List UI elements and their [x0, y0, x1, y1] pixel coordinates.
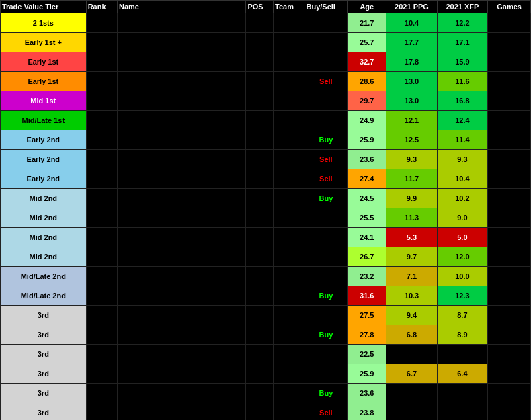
table-row: 3rdBuy23.6 [1, 384, 531, 403]
pos-cell [246, 169, 274, 189]
age-cell: 24.5 [348, 189, 386, 208]
xfp-cell: 8.7 [437, 306, 487, 325]
name-cell [118, 364, 246, 384]
table-row: Mid 2nd25.511.39.0 [1, 208, 531, 228]
pos-cell [246, 364, 274, 384]
ppg-cell: 9.9 [386, 189, 437, 208]
buysell-cell: Buy [304, 384, 348, 403]
buysell-cell: Sell [304, 150, 348, 169]
rank-cell [86, 345, 117, 364]
rank-cell [86, 52, 117, 72]
name-cell [118, 267, 246, 286]
ppg-cell: 11.3 [386, 208, 437, 228]
games-cell [488, 130, 531, 150]
team-cell [274, 306, 304, 325]
age-cell: 31.6 [348, 286, 386, 306]
xfp-cell: 17.1 [437, 33, 487, 52]
name-cell [118, 13, 246, 33]
team-cell [274, 267, 304, 286]
header-rank: Rank [86, 1, 117, 13]
team-cell [274, 228, 304, 247]
ppg-cell: 6.7 [386, 364, 437, 384]
xfp-cell: 10.0 [437, 267, 487, 286]
pos-cell [246, 384, 274, 403]
games-cell [488, 247, 531, 267]
tier-cell: 3rd [1, 384, 87, 403]
name-cell [118, 130, 246, 150]
team-cell [274, 403, 304, 421]
games-cell [488, 52, 531, 72]
team-cell [274, 150, 304, 169]
xfp-cell: 8.9 [437, 325, 487, 345]
pos-cell [246, 403, 274, 421]
pos-cell [246, 13, 274, 33]
rank-cell [86, 247, 117, 267]
ppg-cell: 9.4 [386, 306, 437, 325]
table-row: Mid 2ndBuy24.59.910.2 [1, 189, 531, 208]
trade-value-table: Trade Value Tier Rank Name POS Team Buy/… [0, 0, 531, 420]
pos-cell [246, 72, 274, 91]
buysell-cell: Sell [304, 72, 348, 91]
ppg-cell: 13.0 [386, 91, 437, 111]
pos-cell [246, 325, 274, 345]
team-cell [274, 52, 304, 72]
team-cell [274, 72, 304, 91]
age-cell: 32.7 [348, 52, 386, 72]
tier-cell: 3rd [1, 345, 87, 364]
ppg-cell: 17.7 [386, 33, 437, 52]
rank-cell [86, 286, 117, 306]
tier-cell: Mid/Late 1st [1, 111, 87, 130]
pos-cell [246, 267, 274, 286]
pos-cell [246, 306, 274, 325]
tier-cell: Mid 2nd [1, 208, 87, 228]
buysell-cell [304, 33, 348, 52]
ppg-cell: 6.8 [386, 325, 437, 345]
pos-cell [246, 345, 274, 364]
team-cell [274, 13, 304, 33]
main-container: Trade Value Tier Rank Name POS Team Buy/… [0, 0, 531, 420]
name-cell [118, 189, 246, 208]
ppg-cell: 10.4 [386, 13, 437, 33]
pos-cell [246, 150, 274, 169]
buysell-cell [304, 111, 348, 130]
name-cell [118, 384, 246, 403]
xfp-cell: 15.9 [437, 52, 487, 72]
header-name: Name [118, 1, 246, 13]
xfp-cell: 10.2 [437, 189, 487, 208]
age-cell: 25.9 [348, 130, 386, 150]
name-cell [118, 72, 246, 91]
xfp-cell: 10.4 [437, 169, 487, 189]
header-pos: POS [246, 1, 274, 13]
ppg-cell: 12.1 [386, 111, 437, 130]
tier-cell: 3rd [1, 364, 87, 384]
rank-cell [86, 33, 117, 52]
games-cell [488, 189, 531, 208]
name-cell [118, 228, 246, 247]
buysell-cell: Buy [304, 325, 348, 345]
buysell-cell: Sell [304, 403, 348, 421]
age-cell: 23.8 [348, 403, 386, 421]
tier-cell: Early 1st [1, 72, 87, 91]
tier-cell: Mid 2nd [1, 228, 87, 247]
buysell-cell: Buy [304, 189, 348, 208]
xfp-cell: 12.4 [437, 111, 487, 130]
team-cell [274, 208, 304, 228]
xfp-cell: 9.3 [437, 150, 487, 169]
table-row: 3rdBuy27.86.88.9 [1, 325, 531, 345]
table-row: 2 1sts21.710.412.2 [1, 13, 531, 33]
age-cell: 27.5 [348, 306, 386, 325]
team-cell [274, 189, 304, 208]
pos-cell [246, 33, 274, 52]
team-cell [274, 33, 304, 52]
tier-cell: 3rd [1, 325, 87, 345]
games-cell [488, 364, 531, 384]
table-row: Early 1st32.717.815.9 [1, 52, 531, 72]
rank-cell [86, 403, 117, 421]
xfp-cell: 16.8 [437, 91, 487, 111]
games-cell [488, 286, 531, 306]
buysell-cell [304, 13, 348, 33]
age-cell: 21.7 [348, 13, 386, 33]
tier-cell: Early 1st + [1, 33, 87, 52]
header-games: Games [488, 1, 531, 13]
table-row: Early 2ndBuy25.912.511.4 [1, 130, 531, 150]
